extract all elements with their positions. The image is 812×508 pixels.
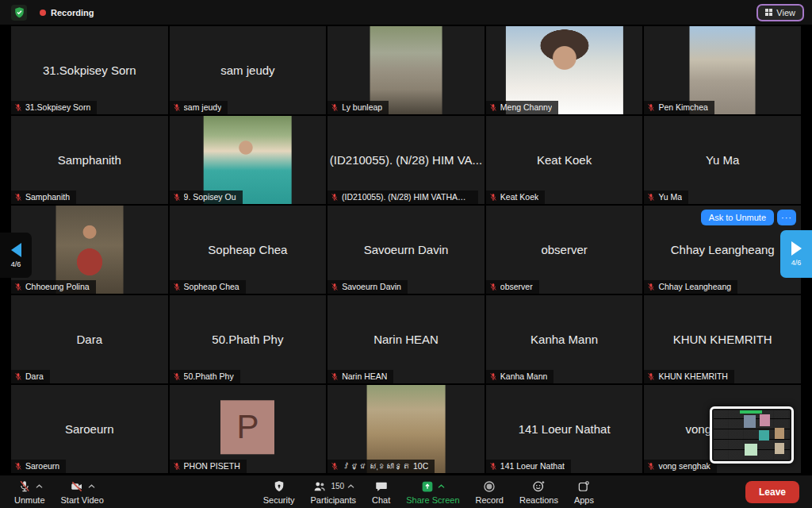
reactions-button[interactable]: Reactions [511,475,566,508]
muted-mic-icon [331,103,339,112]
participant-tile-6[interactable]: Samphanith Samphanith [11,116,168,204]
participant-name-tag: PHON PISETH [170,460,247,473]
chevron-left-icon [11,243,21,257]
leave-button[interactable]: Leave [745,481,799,503]
apps-button[interactable]: Apps [566,475,602,508]
participant-tile-18[interactable]: Narin HEAN Narin HEAN [327,295,485,383]
participant-tile-1[interactable]: 31.Sokpisey Sorn 31.Sokpisey Sorn [11,26,168,114]
participant-name-label: វេជ្ជ សុខសាន្ត 10C [342,461,428,471]
previous-page-button[interactable]: 4/6 [0,233,32,278]
participant-tile-17[interactable]: 50.Phath Phy 50.Phath Phy [170,295,327,383]
participant-tile-21[interactable]: Saroeurn Saroeurn [11,385,168,473]
participant-tile-20[interactable]: KHUN KHEMRITH KHUN KHEMRITH [644,295,801,383]
participant-name-tag: Chhay Leangheang [644,280,737,294]
toolbar-item-label: Reactions [519,495,558,505]
share-screen-button[interactable]: Share Screen [398,475,467,508]
participants-button[interactable]: 150 Participants [303,475,364,508]
view-button[interactable]: View [756,4,804,21]
muted-mic-icon [647,372,655,381]
participant-tile-23[interactable]: វេជ្ជ សុខសាន្ត 10C [327,385,485,473]
toolbar-item-label: Participants [311,495,356,505]
muted-mic-icon [173,283,181,291]
participant-tile-15[interactable]: Chhay Leangheang Chhay Leangheang Ask to… [644,206,801,294]
muted-mic-icon [331,283,339,291]
participant-tile-13[interactable]: Savoeurn Davin Savoeurn Davin [327,206,485,294]
muted-mic-icon [647,193,655,202]
chevron-right-icon [791,241,802,256]
muted-mic-icon [173,193,181,202]
record-button[interactable]: Record [468,475,511,508]
ask-to-unmute-button[interactable]: Ask to Unmute [701,210,774,225]
participant-name-label: Chhay Leangheang [658,282,731,291]
muted-mic-icon [14,283,22,291]
muted-mic-icon [14,193,22,202]
chat-button[interactable]: Chat [364,475,398,508]
participant-name-tag: វេជ្ជ សុខសាន្ត 10C [327,460,435,473]
participant-name-label: vong senghak [658,461,710,471]
security-button[interactable]: Security [255,475,303,508]
participant-tile-8[interactable]: (ID210055). (N/28) HIM VA... (ID210055).… [327,116,485,204]
participant-name-label: Pen Kimchea [658,102,707,112]
participant-tile-14[interactable]: observer observer [486,206,643,294]
chevron-up-icon[interactable] [347,484,354,489]
encryption-shield-icon [11,5,27,21]
muted-mic-icon [173,372,181,381]
muted-mic-icon [331,193,339,202]
shield-icon [272,479,286,494]
participant-tile-12[interactable]: Sopheap Chea Sopheap Chea [170,206,327,294]
chevron-up-icon[interactable] [36,484,43,489]
recording-dot-icon [40,10,46,16]
participant-name-label: Kanha Mann [500,371,548,381]
start-video-button[interactable]: Start Video [53,475,112,508]
participant-name-tag: Keat Koek [486,190,545,204]
participant-tile-5[interactable]: Pen Kimchea [644,26,801,114]
toolbar-item-label: Chat [372,495,390,505]
participant-name-tag: vong senghak [644,460,716,473]
participant-tile-3[interactable]: Ly bunleap [327,26,485,114]
muted-mic-icon [331,462,339,471]
participant-name-label: Samphanith [25,192,70,202]
participant-avatar: P [220,400,274,454]
participant-name-label: PHON PISETH [184,461,240,471]
share-screen-icon [420,479,435,494]
participant-name-label: KHUN KHEMRITH [658,371,728,381]
participant-tile-22[interactable]: P PHON PISETH [170,385,327,473]
participant-tile-9[interactable]: Keat Koek Keat Koek [486,116,643,204]
participant-tile-4[interactable]: Meng Channy [486,26,643,114]
view-button-label: View [776,8,795,17]
unmute-button[interactable]: Unmute [6,475,53,508]
participant-tile-10[interactable]: Yu Ma Yu Ma [644,116,801,204]
next-page-button[interactable]: 4/6 [780,230,812,278]
participant-tile-16[interactable]: Dara Dara [11,295,168,383]
participant-tile-19[interactable]: Kanha Mann Kanha Mann [486,295,643,383]
monitor-preview-content [714,410,790,460]
participant-name-label: Ly bunleap [342,102,382,112]
participant-name-label: Sopheap Chea [184,282,239,291]
participant-name-tag: Ly bunleap [327,101,389,114]
participant-tile-11[interactable]: Chhoeung Polina [11,206,168,294]
participant-name-tag: Savoeurn Davin [327,280,408,294]
participant-name-label: Dara [25,371,44,381]
participant-name-label: 9. Sopisey Ou [184,192,236,202]
muted-mic-icon [489,283,497,291]
video-muted-icon [69,479,85,494]
chevron-up-icon[interactable] [438,484,445,489]
participant-name-label: Saroeurn [25,461,59,471]
participant-tile-7[interactable]: 9. Sopisey Ou [170,116,327,204]
muted-mic-icon [14,103,22,112]
participant-tile-2[interactable]: sam jeudy sam jeudy [170,26,327,114]
chevron-up-icon[interactable] [88,484,95,489]
participant-tile-25[interactable]: vong senghak vong senghak [644,385,801,473]
participant-name-label: observer [500,282,533,291]
muted-mic-icon [14,372,22,381]
participant-name-tag: 9. Sopisey Ou [170,190,243,204]
participant-name-label: (ID210055). (N/28) HIM VATHANAK [342,192,472,202]
participant-name-tag: sam jeudy [170,101,228,114]
top-bar: Recording View [0,0,812,25]
participant-name-tag: Samphanith [11,190,76,204]
participant-name-tag: observer [486,280,539,294]
participant-more-button[interactable]: ··· [777,210,796,225]
participant-tile-24[interactable]: 141 Loeur Nathat 141 Loeur Nathat [486,385,643,473]
toolbar-item-label: Share Screen [406,495,459,505]
meeting-toolbar: Unmute Start Video Security 150 Particip… [0,475,812,508]
